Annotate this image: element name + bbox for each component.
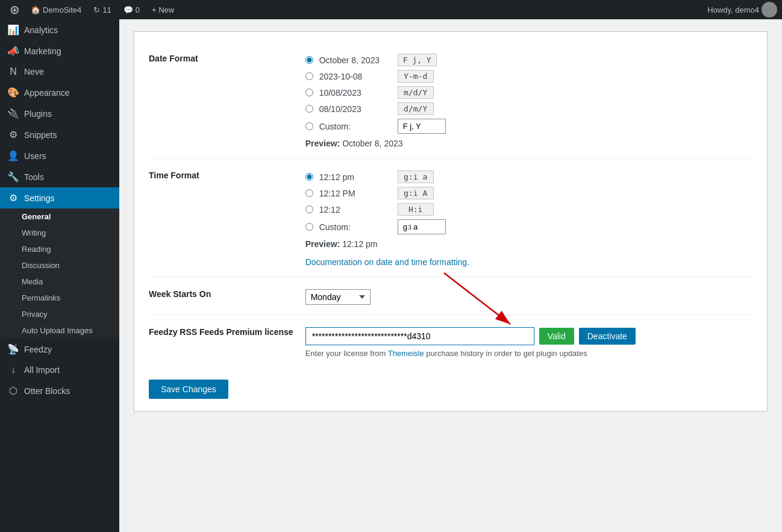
deactivate-button[interactable]: Deactivate bbox=[579, 328, 636, 345]
tools-icon: 🔧 bbox=[7, 171, 19, 183]
time-format-radio-tf2[interactable] bbox=[305, 189, 313, 197]
time-format-code-tf2: g:i A bbox=[398, 187, 434, 199]
date-format-radio-df3[interactable] bbox=[305, 89, 313, 96]
sidebar-item-users[interactable]: 👤Users bbox=[0, 145, 119, 166]
date-format-radio-df4[interactable] bbox=[305, 105, 313, 113]
date-format-code-df4: d/m/Y bbox=[398, 102, 434, 115]
submenu-item-privacy[interactable]: Privacy bbox=[0, 306, 119, 322]
adminbar-site[interactable]: 🏠 DemoSite4 bbox=[25, 0, 87, 19]
sidebar-item-tools[interactable]: 🔧Tools bbox=[0, 166, 119, 187]
feedzy-icon: 📡 bbox=[7, 343, 19, 355]
date-format-label: Date Format bbox=[149, 44, 305, 158]
sidebar-label-users: Users bbox=[24, 151, 46, 161]
settings-form: Date Format October 8, 2023F j, Y2023-10… bbox=[134, 31, 768, 412]
date-format-code-df2: Y-m-d bbox=[398, 70, 434, 83]
submenu-item-discussion[interactable]: Discussion bbox=[0, 257, 119, 274]
date-format-radio-df2[interactable] bbox=[305, 72, 313, 80]
time-format-custom-input[interactable] bbox=[398, 219, 446, 234]
wp-logo-icon[interactable]: ⊛ bbox=[5, 2, 25, 17]
sidebar-item-neve[interactable]: NNeve bbox=[0, 61, 119, 82]
appearance-icon: 🎨 bbox=[7, 87, 19, 98]
sidebar-label-otter-blocks: Otter Blocks bbox=[24, 386, 70, 396]
valid-button[interactable]: Valid bbox=[539, 328, 574, 345]
date-format-option-df2: 2023-10-08Y-m-d bbox=[305, 70, 752, 83]
sidebar-item-settings[interactable]: ⚙Settings bbox=[0, 187, 119, 208]
time-format-code-tf1: g:i a bbox=[398, 171, 434, 183]
date-format-code-df3: m/d/Y bbox=[398, 86, 434, 99]
date-format-value-df4: 08/10/2023 bbox=[319, 104, 392, 114]
sidebar-item-feedzy[interactable]: 📡Feedzy bbox=[0, 339, 119, 360]
all-import-icon: ↓ bbox=[7, 365, 19, 375]
time-format-radio-tf3[interactable] bbox=[305, 205, 313, 213]
sidebar-item-otter-blocks[interactable]: ⬡Otter Blocks bbox=[0, 380, 119, 401]
date-format-value-df2: 2023-10-08 bbox=[319, 72, 392, 81]
marketing-icon: 📣 bbox=[7, 45, 19, 57]
submenu-item-media[interactable]: Media bbox=[0, 274, 119, 290]
time-format-value-tf3: 12:12 bbox=[319, 205, 392, 214]
date-format-radio-df5[interactable] bbox=[305, 122, 313, 130]
date-format-value-df3: 10/08/2023 bbox=[319, 88, 392, 98]
sidebar-item-appearance[interactable]: 🎨Appearance bbox=[0, 82, 119, 103]
license-input[interactable] bbox=[305, 327, 534, 345]
sidebar: 📊Analytics📣MarketingNNeve🎨Appearance🔌Plu… bbox=[0, 19, 119, 532]
date-format-custom-input[interactable] bbox=[398, 119, 446, 134]
adminbar-comments[interactable]: 💬 0 bbox=[117, 0, 146, 19]
date-format-option-df3: 10/08/2023m/d/Y bbox=[305, 86, 752, 99]
sidebar-menu: 📊Analytics📣MarketingNNeve🎨Appearance🔌Plu… bbox=[0, 19, 119, 401]
analytics-icon: 📊 bbox=[7, 24, 19, 36]
week-starts-row: Week Starts On SundayMondayTuesdayWednes… bbox=[149, 277, 752, 315]
sidebar-label-all-import: All Import bbox=[24, 365, 60, 375]
submenu-item-auto-upload-images[interactable]: Auto Upload Images bbox=[0, 322, 119, 339]
sidebar-item-marketing[interactable]: 📣Marketing bbox=[0, 40, 119, 61]
time-format-radio-tf1[interactable] bbox=[305, 173, 313, 181]
save-changes-button[interactable]: Save Changes bbox=[149, 380, 228, 399]
comments-icon: 💬 bbox=[124, 5, 133, 14]
howdy-text: Howdy, demo4 bbox=[707, 5, 759, 14]
time-format-option-tf4: Custom: bbox=[305, 219, 752, 234]
themeisle-link[interactable]: Themeisle bbox=[388, 349, 424, 358]
adminbar-updates[interactable]: ↻ 11 bbox=[87, 0, 117, 19]
time-format-option-tf1: 12:12 pmg:i a bbox=[305, 171, 752, 183]
date-format-preview: Preview: October 8, 2023 bbox=[305, 139, 752, 148]
sidebar-item-all-import[interactable]: ↓All Import bbox=[0, 360, 119, 380]
snippets-icon: ⚙ bbox=[7, 129, 19, 140]
sidebar-label-settings: Settings bbox=[24, 193, 55, 203]
sidebar-item-analytics[interactable]: 📊Analytics bbox=[0, 19, 119, 40]
adminbar-new[interactable]: + New bbox=[146, 0, 180, 19]
sidebar-label-marketing: Marketing bbox=[24, 46, 61, 56]
license-desc: Enter your license from Themeisle purcha… bbox=[305, 349, 752, 358]
time-format-row: Time Format 12:12 pmg:i a12:12 PMg:i A12… bbox=[149, 158, 752, 277]
sidebar-item-snippets[interactable]: ⚙Snippets bbox=[0, 124, 119, 145]
settings-icon: ⚙ bbox=[7, 192, 19, 204]
doc-link[interactable]: Documentation on date and time formattin… bbox=[305, 257, 469, 267]
sidebar-label-feedzy: Feedzy bbox=[24, 345, 52, 354]
time-format-options: 12:12 pmg:i a12:12 PMg:i A12:12H:iCustom… bbox=[305, 158, 752, 277]
time-format-option-tf2: 12:12 PMg:i A bbox=[305, 187, 752, 199]
submenu-item-general[interactable]: General bbox=[0, 208, 119, 225]
updates-icon: ↻ bbox=[93, 5, 100, 14]
time-format-value-tf4: Custom: bbox=[319, 222, 392, 232]
submenu-item-reading[interactable]: Reading bbox=[0, 241, 119, 257]
users-icon: 👤 bbox=[7, 150, 19, 161]
time-format-radio-tf4[interactable] bbox=[305, 223, 313, 231]
time-format-value-tf2: 12:12 PM bbox=[319, 189, 392, 198]
sidebar-label-plugins: Plugins bbox=[24, 109, 52, 119]
form-table: Date Format October 8, 2023F j, Y2023-10… bbox=[149, 44, 752, 368]
week-starts-label: Week Starts On bbox=[149, 277, 305, 315]
date-format-options: October 8, 2023F j, Y2023-10-08Y-m-d10/0… bbox=[305, 44, 752, 158]
time-format-preview: Preview: 12:12 pm bbox=[305, 239, 752, 249]
sidebar-label-analytics: Analytics bbox=[24, 25, 58, 35]
date-format-row: Date Format October 8, 2023F j, Y2023-10… bbox=[149, 44, 752, 158]
sidebar-label-tools: Tools bbox=[24, 172, 44, 182]
sidebar-label-snippets: Snippets bbox=[24, 130, 57, 140]
date-format-option-df1: October 8, 2023F j, Y bbox=[305, 54, 752, 66]
sidebar-item-plugins[interactable]: 🔌Plugins bbox=[0, 103, 119, 124]
plugins-icon: 🔌 bbox=[7, 108, 19, 119]
submenu-item-permalinks[interactable]: Permalinks bbox=[0, 290, 119, 306]
avatar[interactable] bbox=[762, 2, 777, 17]
date-format-radio-df1[interactable] bbox=[305, 56, 313, 64]
submenu-item-writing[interactable]: Writing bbox=[0, 225, 119, 241]
week-starts-options: SundayMondayTuesdayWednesdayThursdayFrid… bbox=[305, 277, 752, 315]
week-starts-select[interactable]: SundayMondayTuesdayWednesdayThursdayFrid… bbox=[305, 289, 371, 305]
time-format-label: Time Format bbox=[149, 158, 305, 277]
